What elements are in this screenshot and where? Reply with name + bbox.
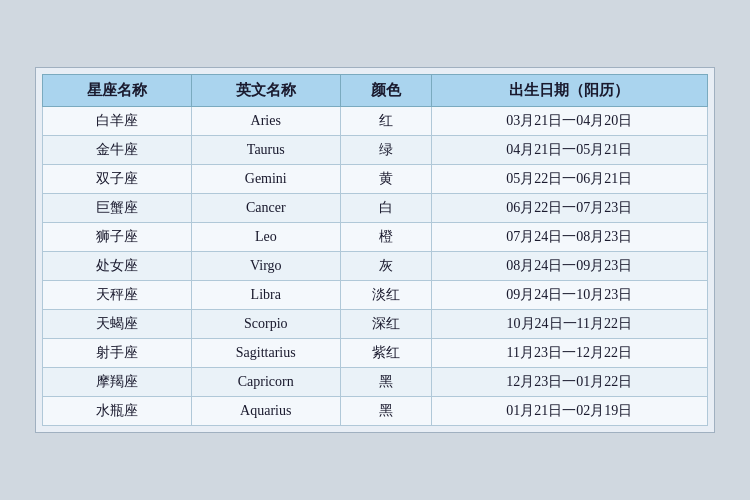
- zodiac-table-body: 白羊座Aries红03月21日一04月20日金牛座Taurus绿04月21日一0…: [43, 107, 708, 426]
- col-header-dates: 出生日期（阳历）: [431, 75, 707, 107]
- table-row: 白羊座Aries红03月21日一04月20日: [43, 107, 708, 136]
- cell-english: Aquarius: [191, 397, 340, 426]
- table-row: 金牛座Taurus绿04月21日一05月21日: [43, 136, 708, 165]
- cell-chinese: 天秤座: [43, 281, 192, 310]
- cell-color: 灰: [340, 252, 431, 281]
- table-row: 处女座Virgo灰08月24日一09月23日: [43, 252, 708, 281]
- cell-english: Scorpio: [191, 310, 340, 339]
- cell-dates: 11月23日一12月22日: [431, 339, 707, 368]
- cell-english: Leo: [191, 223, 340, 252]
- cell-english: Taurus: [191, 136, 340, 165]
- cell-dates: 01月21日一02月19日: [431, 397, 707, 426]
- cell-color: 白: [340, 194, 431, 223]
- cell-color: 深红: [340, 310, 431, 339]
- cell-color: 绿: [340, 136, 431, 165]
- cell-english: Capricorn: [191, 368, 340, 397]
- cell-dates: 10月24日一11月22日: [431, 310, 707, 339]
- cell-dates: 12月23日一01月22日: [431, 368, 707, 397]
- table-row: 水瓶座Aquarius黑01月21日一02月19日: [43, 397, 708, 426]
- table-row: 双子座Gemini黄05月22日一06月21日: [43, 165, 708, 194]
- cell-english: Cancer: [191, 194, 340, 223]
- cell-chinese: 水瓶座: [43, 397, 192, 426]
- table-row: 射手座Sagittarius紫红11月23日一12月22日: [43, 339, 708, 368]
- cell-color: 黄: [340, 165, 431, 194]
- cell-dates: 08月24日一09月23日: [431, 252, 707, 281]
- cell-chinese: 天蝎座: [43, 310, 192, 339]
- table-row: 天秤座Libra淡红09月24日一10月23日: [43, 281, 708, 310]
- cell-color: 淡红: [340, 281, 431, 310]
- cell-dates: 07月24日一08月23日: [431, 223, 707, 252]
- cell-dates: 03月21日一04月20日: [431, 107, 707, 136]
- cell-english: Virgo: [191, 252, 340, 281]
- cell-dates: 09月24日一10月23日: [431, 281, 707, 310]
- table-row: 狮子座Leo橙07月24日一08月23日: [43, 223, 708, 252]
- cell-chinese: 巨蟹座: [43, 194, 192, 223]
- zodiac-table: 星座名称 英文名称 颜色 出生日期（阳历） 白羊座Aries红03月21日一04…: [42, 74, 708, 426]
- cell-color: 红: [340, 107, 431, 136]
- col-header-color: 颜色: [340, 75, 431, 107]
- col-header-chinese: 星座名称: [43, 75, 192, 107]
- cell-chinese: 摩羯座: [43, 368, 192, 397]
- table-header-row: 星座名称 英文名称 颜色 出生日期（阳历）: [43, 75, 708, 107]
- cell-color: 橙: [340, 223, 431, 252]
- cell-color: 黑: [340, 368, 431, 397]
- cell-dates: 04月21日一05月21日: [431, 136, 707, 165]
- cell-english: Aries: [191, 107, 340, 136]
- zodiac-table-container: 星座名称 英文名称 颜色 出生日期（阳历） 白羊座Aries红03月21日一04…: [35, 67, 715, 433]
- col-header-english: 英文名称: [191, 75, 340, 107]
- table-row: 巨蟹座Cancer白06月22日一07月23日: [43, 194, 708, 223]
- cell-chinese: 狮子座: [43, 223, 192, 252]
- cell-chinese: 金牛座: [43, 136, 192, 165]
- cell-chinese: 白羊座: [43, 107, 192, 136]
- cell-english: Sagittarius: [191, 339, 340, 368]
- cell-english: Libra: [191, 281, 340, 310]
- cell-dates: 05月22日一06月21日: [431, 165, 707, 194]
- cell-color: 黑: [340, 397, 431, 426]
- cell-color: 紫红: [340, 339, 431, 368]
- cell-chinese: 处女座: [43, 252, 192, 281]
- cell-dates: 06月22日一07月23日: [431, 194, 707, 223]
- cell-english: Gemini: [191, 165, 340, 194]
- table-row: 天蝎座Scorpio深红10月24日一11月22日: [43, 310, 708, 339]
- cell-chinese: 双子座: [43, 165, 192, 194]
- cell-chinese: 射手座: [43, 339, 192, 368]
- table-row: 摩羯座Capricorn黑12月23日一01月22日: [43, 368, 708, 397]
